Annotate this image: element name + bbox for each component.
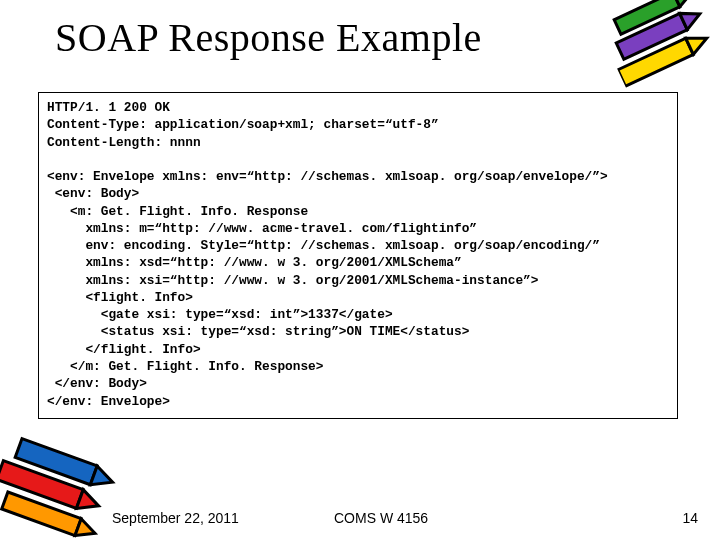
code-line: HTTP/1. 1 200 OK	[47, 100, 170, 115]
code-line: <flight. Info>	[47, 290, 193, 305]
slide: SOAP Response Example HTTP/1. 1 200 OK C…	[0, 0, 720, 540]
footer-course: COMS W 4156	[334, 510, 428, 526]
code-line: Content-Length: nnnn	[47, 135, 201, 150]
code-line: <m: Get. Flight. Info. Response	[47, 204, 308, 219]
code-line: </env: Envelope>	[47, 394, 170, 409]
code-line: xmlns: m=“http: //www. acme-travel. com/…	[47, 221, 477, 236]
code-line: </flight. Info>	[47, 342, 201, 357]
footer-date: September 22, 2011	[112, 510, 239, 526]
code-line: </env: Body>	[47, 376, 147, 391]
code-line: <gate xsi: type=“xsd: int”>1337</gate>	[47, 307, 393, 322]
page-title: SOAP Response Example	[55, 14, 680, 61]
code-line: </m: Get. Flight. Info. Response>	[47, 359, 323, 374]
code-line: Content-Type: application/soap+xml; char…	[47, 117, 439, 132]
code-line: xmlns: xsi=“http: //www. w 3. org/2001/X…	[47, 273, 538, 288]
code-line: env: encoding. Style=“http: //schemas. x…	[47, 238, 600, 253]
footer-page-number: 14	[682, 510, 698, 526]
code-line: xmlns: xsd=“http: //www. w 3. org/2001/X…	[47, 255, 462, 270]
crayon-icon	[0, 419, 145, 540]
svg-marker-11	[75, 519, 98, 540]
code-line: <env: Body>	[47, 186, 139, 201]
svg-marker-7	[90, 466, 116, 492]
svg-marker-9	[76, 490, 102, 516]
code-block: HTTP/1. 1 200 OK Content-Type: applicati…	[38, 92, 678, 419]
code-line: <status xsi: type=“xsd: string”>ON TIME<…	[47, 324, 469, 339]
code-line: <env: Envelope xmlns: env=“http: //schem…	[47, 169, 608, 184]
